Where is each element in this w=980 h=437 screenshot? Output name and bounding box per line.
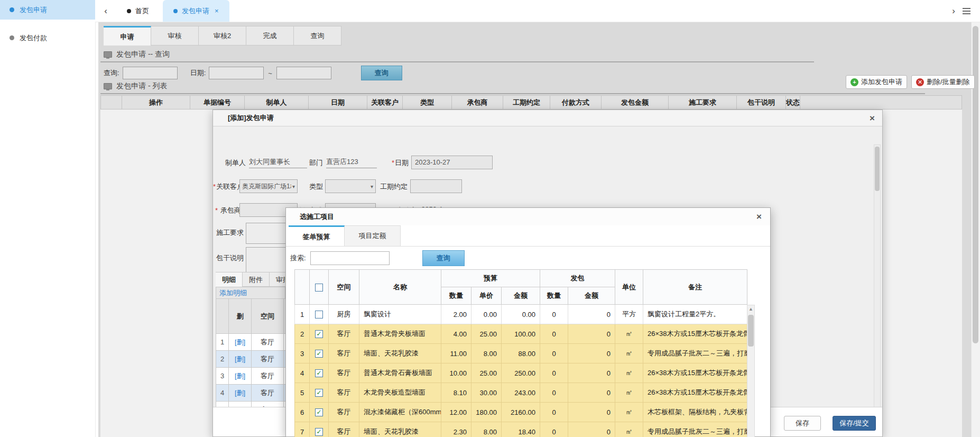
name-column-header[interactable]: 名称 xyxy=(359,270,441,305)
budget-amount: 0.00 xyxy=(502,305,540,324)
workflow-tab[interactable]: 审核2 xyxy=(199,26,246,45)
dept-value: 直营店123 xyxy=(326,156,377,168)
tab-close-icon[interactable]: × xyxy=(215,7,219,15)
column-header[interactable]: 承包商 xyxy=(451,95,503,110)
project-row[interactable]: 1 厨房 飘窗设计 2.00 0.00 0.00 0 0 平方 飘窗设计工程量2… xyxy=(295,305,747,324)
detail-tab[interactable]: 明细 xyxy=(216,272,243,287)
modal-scrollbar-thumb[interactable] xyxy=(875,147,880,191)
batch-delete-button[interactable]: ✕ 删除/批量删除 xyxy=(911,75,975,89)
column-header[interactable]: 日期 xyxy=(308,95,367,110)
scroll-up-icon[interactable]: ▲ xyxy=(747,306,754,312)
sidebar-item[interactable]: 发包付款 xyxy=(0,28,95,48)
query-search-button[interactable]: 查询 xyxy=(361,66,402,80)
contract-qty: 0 xyxy=(540,344,568,363)
row-checkbox[interactable] xyxy=(315,389,323,397)
tab-menu-icon[interactable] xyxy=(963,8,970,14)
project-row[interactable]: 7 客厅 墙面、天花乳胶漆 2.30 8.00 18.40 0 0 ㎡ 专用成品… xyxy=(295,422,747,437)
column-header[interactable]: 关联客户 xyxy=(367,95,403,110)
column-header[interactable]: 状态 xyxy=(785,95,800,110)
row-checkbox[interactable] xyxy=(315,350,323,358)
modal-title: [添加]发包申请 xyxy=(228,113,274,123)
workflow-tab[interactable]: 申请 xyxy=(104,26,151,45)
picker-titlebar: 选施工项目 × xyxy=(286,208,770,225)
select-all-column[interactable] xyxy=(100,95,122,110)
project-row[interactable]: 5 客厅 木龙骨夹板造型墙面 8.10 30.00 243.00 0 0 ㎡ 2… xyxy=(295,383,747,403)
column-header[interactable]: 制单人 xyxy=(244,95,309,110)
budget-amount-header[interactable]: 金额 xyxy=(502,287,540,305)
project-table-scrollbar[interactable]: ▲ xyxy=(747,305,755,437)
query-keyword-input[interactable] xyxy=(123,67,178,79)
project-row[interactable]: 3 客厅 墙面、天花乳胶漆 11.00 8.00 88.00 0 0 ㎡ 专用成… xyxy=(295,344,747,363)
modal-close-icon[interactable]: × xyxy=(870,114,875,123)
delete-row-link[interactable]: [删] xyxy=(235,372,245,380)
row-checkbox[interactable] xyxy=(315,428,323,436)
row-checkbox[interactable] xyxy=(315,408,323,416)
row-checkbox[interactable] xyxy=(315,369,323,377)
column-header[interactable]: 付款方式 xyxy=(550,95,602,110)
column-header[interactable]: 单据编号 xyxy=(190,95,245,110)
type-label: 类型 xyxy=(307,182,323,192)
bullet-dot-icon xyxy=(127,9,131,13)
date-from-input[interactable] xyxy=(209,67,264,79)
project-row[interactable]: 2 客厅 普通木龙骨夹板墙面 4.00 25.00 100.00 0 0 ㎡ 2… xyxy=(295,324,747,344)
sidebar-item[interactable]: 发包申请 xyxy=(0,0,95,20)
budget-qty-header[interactable]: 数量 xyxy=(441,287,471,305)
page-scrollbar-thumb[interactable] xyxy=(973,26,978,343)
unit-column-header[interactable]: 单位 xyxy=(615,270,643,305)
lump-sum-label: 包干说明 xyxy=(215,253,244,263)
column-header[interactable]: 包干说明 xyxy=(736,95,786,110)
project-row[interactable]: 4 客厅 普通木龙骨石膏板墙面 10.00 25.00 250.00 0 0 ㎡… xyxy=(295,363,747,383)
add-detail-link[interactable]: 添加明细 xyxy=(219,288,247,298)
tab-dispatch-request[interactable]: 发包申请 × xyxy=(163,0,229,22)
tab-scroll-left-button[interactable]: ‹ xyxy=(95,0,116,22)
column-header[interactable]: 施工要求 xyxy=(668,95,737,110)
picker-tab[interactable]: 签单预算 xyxy=(289,225,345,247)
save-button[interactable]: 保存 xyxy=(784,416,821,431)
column-header[interactable]: 工期约定 xyxy=(503,95,550,110)
contract-amount-header[interactable]: 金额 xyxy=(568,287,615,305)
duration-input[interactable] xyxy=(410,179,462,193)
workflow-tab[interactable]: 审核 xyxy=(151,26,199,45)
contract-qty: 0 xyxy=(540,324,568,344)
project-row-number: 5 xyxy=(295,383,310,403)
row-checkbox[interactable] xyxy=(315,330,323,338)
delete-row-link[interactable]: [删] xyxy=(235,355,245,363)
space-column-header[interactable]: 空间 xyxy=(329,270,359,305)
contract-qty-header[interactable]: 数量 xyxy=(540,287,568,305)
remark-column-header[interactable]: 备注 xyxy=(643,270,747,305)
project-row-number: 1 xyxy=(295,305,310,324)
budget-price-header[interactable]: 单价 xyxy=(471,287,502,305)
row-checkbox[interactable] xyxy=(315,311,323,318)
budget-qty: 2.00 xyxy=(441,305,471,324)
detail-tab[interactable]: 附件 xyxy=(243,272,270,287)
modal-scrollbar[interactable]: ▼ xyxy=(874,144,881,422)
date-value-input[interactable]: 2023-10-27 xyxy=(411,156,493,169)
add-dispatch-button[interactable]: + 添加发包申请 xyxy=(846,75,907,89)
picker-tab[interactable]: 项目定额 xyxy=(345,225,401,247)
project-table-scrollbar-thumb[interactable] xyxy=(748,315,754,347)
workflow-tab[interactable]: 查询 xyxy=(294,26,341,45)
save-submit-button[interactable]: 保存/提交 xyxy=(833,416,876,431)
tab-scroll-right-button[interactable]: › xyxy=(952,6,955,16)
picker-search-input[interactable] xyxy=(310,251,390,265)
budget-price: 8.00 xyxy=(471,422,502,437)
select-all-checkbox[interactable] xyxy=(315,284,323,292)
picker-search-label: 搜索: xyxy=(290,253,306,263)
workflow-tab[interactable]: 完成 xyxy=(246,26,294,45)
tab-home[interactable]: 首页 xyxy=(116,0,160,22)
query-section-title-text: 发包申请 -- 查询 xyxy=(116,50,170,59)
column-header[interactable]: 类型 xyxy=(402,95,452,110)
column-header[interactable]: 操作 xyxy=(122,95,190,110)
type-select[interactable]: ▾ xyxy=(325,179,376,193)
column-header[interactable]: 发包金额 xyxy=(601,95,669,110)
picker-search-form: 搜索: 查询 xyxy=(290,250,465,266)
picker-close-icon[interactable]: × xyxy=(756,212,762,221)
customer-select[interactable]: 奥克斯国际广场1栋5单 ▾ xyxy=(239,179,298,193)
picker-search-button[interactable]: 查询 xyxy=(422,250,465,266)
delete-row-link[interactable]: [删] xyxy=(235,338,245,346)
picker-tab-divider xyxy=(286,246,770,247)
project-row[interactable]: 6 客厅 混水漆储藏柜（深600mm 12.00 180.00 2160.00 … xyxy=(295,403,747,422)
delete-row-link[interactable]: [删] xyxy=(235,389,245,397)
project-remark: 飘窗设计工程量2平方。 xyxy=(643,305,747,324)
date-to-input[interactable] xyxy=(276,67,331,79)
